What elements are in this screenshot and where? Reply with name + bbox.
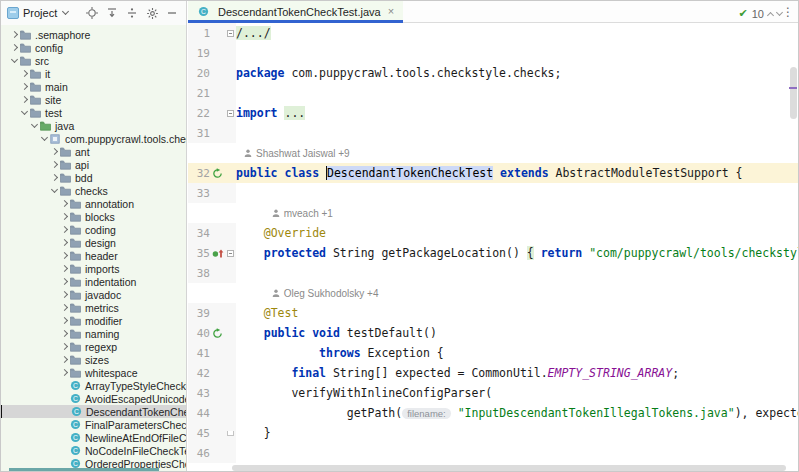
gutter[interactable] [210,303,225,323]
code-line[interactable]: 44 getPath(filename: "InputDescendantTok… [188,403,798,423]
chevron-up-icon[interactable] [767,11,774,18]
chevron-right-icon[interactable] [60,369,67,376]
chevron-down-icon[interactable] [30,121,37,128]
tree-item[interactable]: javadoc [1,288,186,301]
code-line[interactable]: 43 verifyWithInlineConfigParser( [188,383,798,403]
gutter[interactable] [210,43,225,63]
chevron-right-icon[interactable] [10,31,17,38]
chevron-right-icon[interactable] [60,213,67,220]
chevron-right-icon[interactable] [50,148,57,155]
code-line[interactable]: 21 [188,83,798,103]
code-line[interactable]: 19 [188,43,798,63]
tree-item[interactable]: .semaphore [1,28,186,41]
tree-item[interactable]: coding [1,223,186,236]
tree-item[interactable]: it [1,67,186,80]
tree-item[interactable]: com.puppycrawl.tools.checkstyle [1,132,186,145]
chevron-down-icon[interactable] [40,134,47,141]
gutter[interactable] [210,423,225,443]
tree-item[interactable]: config [1,41,186,54]
chevron-right-icon[interactable] [60,278,67,285]
chevron-right-icon[interactable] [60,265,67,272]
code-line[interactable]: 34 @Override [188,223,798,243]
fold-marker-icon[interactable] [227,110,234,117]
chevron-right-icon[interactable] [60,239,67,246]
gutter[interactable] [210,403,225,423]
tree-item[interactable]: blocks [1,210,186,223]
chevron-right-icon[interactable] [50,161,57,168]
tree-item[interactable]: imports [1,262,186,275]
gutter[interactable] [210,263,225,283]
chevron-right-icon[interactable] [10,44,17,51]
code-line[interactable]: 45 } [188,423,798,443]
gutter[interactable] [210,123,225,143]
code-line[interactable]: 35 protected String getPackageLocation()… [188,243,798,263]
horizontal-scrollbar[interactable] [232,465,786,471]
gutter[interactable] [210,103,225,123]
vcs-author-inlay[interactable]: Oleg Sukhodolsky +4 [188,283,798,303]
scrollbar-thumb[interactable] [790,67,797,119]
tree-item[interactable]: test [1,106,186,119]
locate-icon[interactable] [84,5,100,21]
tree-scrollbar[interactable] [9,468,159,472]
code-editor[interactable]: 1/.../1920package com.puppycrawl.tools.c… [188,23,798,472]
gutter[interactable] [210,23,225,43]
tree-item[interactable]: CArrayTypeStyleCheckTest [1,379,186,392]
chevron-down-icon[interactable] [50,186,57,193]
tree-item[interactable]: CDescendantTokenCheckTest [1,405,186,418]
tree-item[interactable]: ant [1,145,186,158]
overrides-method-icon[interactable] [210,243,225,263]
vcs-author-inlay[interactable]: Shashwat Jaiswal +9 [188,143,798,163]
code-line[interactable]: 41 throws Exception { [188,343,798,363]
tree-item[interactable]: regexp [1,340,186,353]
gutter[interactable] [210,443,225,463]
code-line[interactable]: 32public class DescendantTokenCheckTest … [188,163,798,183]
hide-panel-icon[interactable] [164,5,180,21]
fold-end-icon[interactable] [227,431,234,436]
code-line[interactable]: 40 public void testDefault() [188,323,798,343]
code-line[interactable]: 22import ... [188,103,798,123]
gutter[interactable] [210,83,225,103]
tree-item[interactable]: modifier [1,314,186,327]
code-line[interactable]: 38 [188,263,798,283]
inspections-widget[interactable]: ✔ 10 [739,7,782,20]
gutter[interactable] [210,63,225,83]
chevron-right-icon[interactable] [60,200,67,207]
tree-item[interactable]: design [1,236,186,249]
editor-tab[interactable]: C DescendantTokenCheckTest.java × [188,1,403,22]
tree-item[interactable]: bdd [1,171,186,184]
tree-item[interactable]: whitespace [1,366,186,379]
code-line[interactable]: 31 [188,123,798,143]
chevron-right-icon[interactable] [60,291,67,298]
chevron-right-icon[interactable] [60,226,67,233]
vcs-author-inlay[interactable]: mveach +1 [188,203,798,223]
fold-marker-icon[interactable] [227,250,234,257]
code-line[interactable]: 20package com.puppycrawl.tools.checkstyl… [188,63,798,83]
tree-item[interactable]: main [1,80,186,93]
gear-icon[interactable] [144,5,160,21]
gutter[interactable] [210,223,225,243]
tree-item[interactable]: api [1,158,186,171]
tree-item[interactable]: java [1,119,186,132]
code-line[interactable]: 39 @Test [188,303,798,323]
chevron-right-icon[interactable] [20,96,27,103]
chevron-right-icon[interactable] [20,83,27,90]
gutter[interactable] [210,183,225,203]
chevron-right-icon[interactable] [60,343,67,350]
tree-item[interactable]: CNoCodeInFileCheckTest [1,444,186,457]
collapse-all-icon[interactable] [124,5,140,21]
code-line[interactable]: 42 final String[] expected = CommonUtil.… [188,363,798,383]
project-panel-title[interactable]: Project [23,7,57,19]
chevron-right-icon[interactable] [20,70,27,77]
chevron-down-icon[interactable] [10,56,17,63]
vertical-scrollbar[interactable] [789,23,797,472]
tree-item[interactable]: CAvoidEscapedUnicodeCharactersChe [1,392,186,405]
chevron-right-icon[interactable] [50,174,57,181]
tree-item[interactable]: sizes [1,353,186,366]
chevron-right-icon[interactable] [60,252,67,259]
expand-icon[interactable] [104,5,120,21]
tree-item[interactable]: site [1,93,186,106]
gutter[interactable] [210,363,225,383]
close-icon[interactable]: × [388,6,394,17]
code-line[interactable]: 46 [188,443,798,463]
code-line[interactable]: 1/.../ [188,23,798,43]
